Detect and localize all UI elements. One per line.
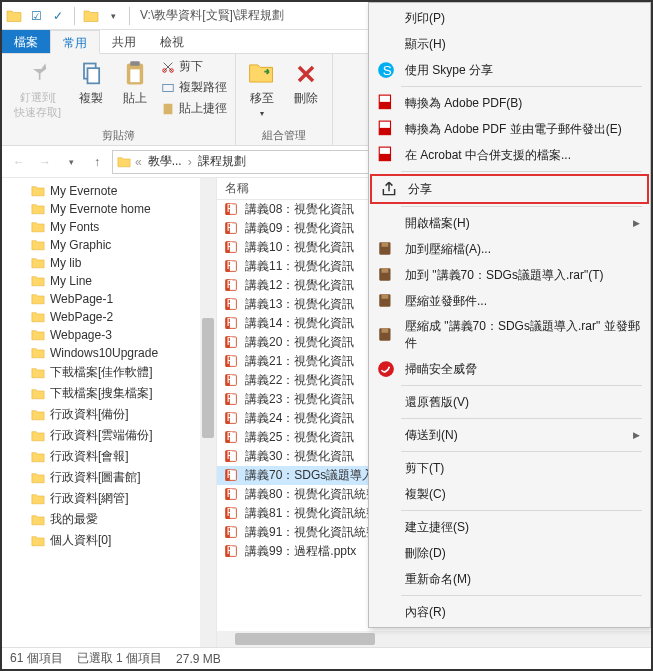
pdf-icon (377, 120, 395, 138)
svg-point-18 (378, 361, 394, 377)
ctx-print[interactable]: 列印(P) (369, 5, 650, 31)
nav-up-icon[interactable]: ↑ (86, 151, 108, 173)
copy-button[interactable]: 複製 (73, 58, 109, 109)
tree-item[interactable]: WebPage-1 (2, 290, 216, 308)
ctx-rar-email[interactable]: 壓縮並發郵件... (369, 288, 650, 314)
tab-view[interactable]: 檢視 (148, 30, 196, 53)
pdf-icon (377, 94, 395, 112)
window-title: V:\教學資料[文賢]\課程規劃 (140, 7, 284, 24)
tree-item[interactable]: My Evernote (2, 182, 216, 200)
delete-button[interactable]: 刪除 (288, 58, 324, 109)
ctx-rar-email-named[interactable]: 壓縮成 "講義70：SDGs議題導入.rar" 並發郵件 (369, 314, 650, 356)
ctx-send-to[interactable]: 傳送到(N)▶ (369, 422, 650, 448)
rar-icon (377, 266, 395, 284)
qat-dropdown-icon[interactable]: ▾ (105, 8, 121, 24)
tree-item[interactable]: WebPage-2 (2, 308, 216, 326)
tree-item[interactable]: My Fonts (2, 218, 216, 236)
qat-checkbox-icon[interactable]: ☑ (28, 8, 44, 24)
ctx-skype[interactable]: S使用 Skype 分享 (369, 57, 650, 83)
qat-check-icon[interactable]: ✓ (50, 8, 66, 24)
ctx-delete[interactable]: 刪除(D) (369, 540, 650, 566)
tree-item[interactable]: 行政資料[雲端備份] (2, 425, 216, 446)
trend-icon (377, 360, 395, 378)
svg-rect-11 (130, 69, 139, 82)
move-to-button[interactable]: 移至▾ (244, 58, 280, 120)
status-selection: 已選取 1 個項目 (77, 650, 162, 667)
tree-item[interactable]: 行政資料[圖書館] (2, 467, 216, 488)
svg-rect-8 (88, 68, 100, 83)
ctx-scan[interactable]: 掃瞄安全威脅 (369, 356, 650, 382)
tab-file[interactable]: 檔案 (2, 30, 50, 53)
status-item-count: 61 個項目 (10, 650, 63, 667)
ctx-copy[interactable]: 複製(C) (369, 481, 650, 507)
ctx-create-shortcut[interactable]: 建立捷徑(S) (369, 514, 650, 540)
ctx-cut[interactable]: 剪下(T) (369, 455, 650, 481)
tree-item[interactable]: 行政資料[備份] (2, 404, 216, 425)
ctx-share[interactable]: 分享 (370, 174, 649, 204)
nav-tree: My EvernoteMy Evernote homeMy FontsMy Gr… (2, 178, 217, 647)
tree-item[interactable]: 行政資料[會報] (2, 446, 216, 467)
tree-item[interactable]: My Graphic (2, 236, 216, 254)
tree-scrollbar[interactable] (200, 178, 216, 647)
ctx-rar-add-named[interactable]: 加到 "講義70：SDGs議題導入.rar"(T) (369, 262, 650, 288)
pdf-icon (377, 146, 395, 164)
ctx-pdf-convert[interactable]: 轉換為 Adobe PDF(B) (369, 90, 650, 116)
rar-icon (377, 326, 395, 344)
ctx-pdf-email[interactable]: 轉換為 Adobe PDF 並由電子郵件發出(E) (369, 116, 650, 142)
tree-item[interactable]: 我的最愛 (2, 509, 216, 530)
tree-item[interactable]: 下載檔案[佳作軟體] (2, 362, 216, 383)
qat-folder-icon[interactable] (83, 8, 99, 24)
tree-item[interactable]: 行政資料[網管] (2, 488, 216, 509)
rar-icon (377, 292, 395, 310)
pin-button[interactable]: 釘選到[ 快速存取] (10, 58, 65, 122)
nav-dropdown-icon[interactable]: ▾ (60, 151, 82, 173)
ctx-rar-add[interactable]: 加到壓縮檔(A)... (369, 236, 650, 262)
ribbon-group-organize-label: 組合管理 (244, 126, 324, 143)
tab-home[interactable]: 常用 (50, 30, 100, 54)
skype-icon: S (377, 61, 395, 79)
tab-share[interactable]: 共用 (100, 30, 148, 53)
cut-button[interactable]: 剪下 (161, 58, 227, 75)
svg-rect-14 (163, 84, 174, 91)
tree-item[interactable]: My Line (2, 272, 216, 290)
ctx-properties[interactable]: 內容(R) (369, 599, 650, 625)
copy-path-button[interactable]: 複製路徑 (161, 79, 227, 96)
tree-item[interactable]: 下載檔案[搜集檔案] (2, 383, 216, 404)
ctx-restore[interactable]: 還原舊版(V) (369, 389, 650, 415)
app-icon (6, 8, 22, 24)
nav-forward-icon[interactable]: → (34, 151, 56, 173)
status-bar: 61 個項目 已選取 1 個項目 27.9 MB (2, 647, 651, 669)
paste-shortcut-button[interactable]: 貼上捷徑 (161, 100, 227, 117)
nav-back-icon[interactable]: ← (8, 151, 30, 173)
ctx-open-with[interactable]: 開啟檔案(H)▶ (369, 210, 650, 236)
files-scrollbar[interactable] (217, 631, 651, 647)
ctx-show[interactable]: 顯示(H) (369, 31, 650, 57)
tree-item[interactable]: My lib (2, 254, 216, 272)
svg-rect-15 (164, 103, 173, 114)
rar-icon (377, 240, 395, 258)
share-icon (380, 180, 398, 198)
ctx-rename[interactable]: 重新命名(M) (369, 566, 650, 592)
status-size: 27.9 MB (176, 652, 221, 666)
tree-item[interactable]: Windows10Upgrade (2, 344, 216, 362)
paste-button[interactable]: 貼上 (117, 58, 153, 109)
svg-text:S: S (383, 63, 392, 78)
ribbon-group-clipboard-label: 剪貼簿 (10, 126, 227, 143)
tree-item[interactable]: 個人資料[0] (2, 530, 216, 551)
tree-item[interactable]: My Evernote home (2, 200, 216, 218)
svg-rect-10 (130, 61, 139, 66)
ctx-acrobat-combine[interactable]: 在 Acrobat 中合併支援的檔案... (369, 142, 650, 168)
tree-item[interactable]: Webpage-3 (2, 326, 216, 344)
context-menu: 列印(P) 顯示(H) S使用 Skype 分享 轉換為 Adobe PDF(B… (368, 2, 651, 628)
